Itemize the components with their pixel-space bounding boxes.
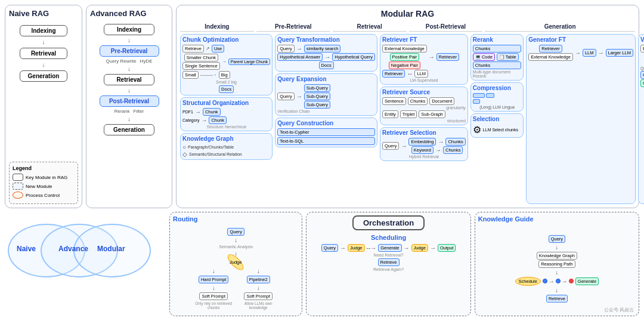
selection: Selection ⚙ LLM Select chunks [470, 113, 524, 138]
routing-semantic: Semantic Analysis [219, 245, 253, 249]
naive-rag-panel: Naive RAG Indexing ↓ Retrieval ↓ Generat… [5, 5, 82, 208]
comp-title: Compression [473, 85, 521, 91]
legend-process-control: Process Control [13, 192, 75, 199]
chunk-optimization: Chunk Optimization Retrieve ↗ Use [180, 34, 273, 95]
advanced-rag-title: Advanced RAG [90, 9, 147, 18]
co-smaller-chunk: Smaller Chunk [184, 54, 218, 61]
kg-reasoning-path: Reasoning Path [538, 260, 575, 268]
routing-title: Routing [173, 215, 299, 223]
rs-title: Retriever Source [382, 89, 466, 95]
adv-indexing: Indexing [104, 24, 154, 35]
text-to-cypher: Text-to-Cypher [277, 128, 375, 136]
routing-soft-label: Allow LLMs own knowledge [239, 301, 278, 310]
knowledge-graph: Knowledge Graph ○Paragraph/Chunks/Table … [180, 133, 273, 160]
adv-retrieval: Retrieval [104, 74, 154, 85]
co-use: Use [212, 45, 224, 53]
col-indexing: Indexing [180, 23, 254, 32]
orch-judge1: Judge [348, 244, 364, 252]
qe-title: Query Expansion [277, 76, 375, 82]
post-retrieval-column: Rerank Chunks 💻 Code📋 Table Chunks Multi… [470, 34, 524, 204]
legend-key-label: Key Module in RAG [26, 175, 67, 180]
kg-guide-title: Knowledge Guide [478, 215, 636, 223]
co-single-sentence: Single Sentence [182, 62, 220, 70]
adv-post-retrieval: Post-Retrieval [100, 95, 159, 107]
venn-area: Naive Advance Modular [5, 212, 166, 316]
orch-generate: Generate [378, 244, 401, 252]
adv-generation: Generation [104, 124, 154, 135]
qt-title: Query Transformation [277, 36, 375, 43]
routing-judge-text: Judge [230, 260, 242, 265]
retriever-source: Retriever Source Sentence Chunks Documen… [380, 87, 468, 125]
orch-judge2: Judge [411, 244, 428, 252]
legend-process-label: Process Control [26, 193, 60, 198]
co-label: Small 2 big [182, 80, 270, 84]
modular-rag-title: Modular RAG [180, 9, 635, 18]
legend-new-module: New Module [13, 183, 75, 190]
col-pre-retrieval: Pre-Retrieval [256, 23, 330, 32]
routing-pipeline2: Pipeline2 [247, 276, 270, 283]
orch-output: Output [438, 244, 456, 252]
kg-node3 [569, 279, 574, 283]
kg-knowledge-graph: Knowledge Graph [537, 252, 577, 260]
co-parent-large: Parent Large Chunk [228, 58, 271, 65]
naive-generation: Generation [20, 70, 67, 82]
routing-query: Query [227, 228, 244, 236]
generator-ft: Generator FT Retriever External Knowledg… [526, 34, 636, 204]
orchestration-panel: Orchestration Scheduling Query → Judge -… [306, 212, 470, 316]
indexing-column: Chunk Optimization Retrieve ↗ Use [180, 34, 273, 204]
orch-retrieval-again: Retrieval Again? [373, 267, 404, 271]
query-transformation: Query Transformation Query → similarity … [275, 34, 377, 72]
legend-new-icon [13, 183, 23, 190]
routing-pipeline1: Hard Prompt [199, 276, 229, 283]
orchestration-title: Orchestration [352, 215, 425, 230]
rsel-title: Retriever Selection [382, 129, 466, 136]
routing-hard-prompt: Soft Prompt [199, 292, 228, 300]
arrow1: ↓ [42, 39, 45, 45]
naive-retrieval: Retrieval [20, 48, 67, 59]
gft-title: Generator FT [528, 36, 633, 43]
scheduling-title: Scheduling [371, 234, 406, 241]
legend-new-label: New Module [26, 184, 52, 189]
kg-title: Knowledge Graph [182, 135, 270, 142]
watermark: 公众号·风叔云 [604, 307, 634, 313]
legend-key-icon [13, 174, 23, 181]
venn-naive-label: Naive [17, 245, 36, 253]
adv-pre-labels: Query Rewrite HyDE [106, 58, 152, 64]
openai-icon: ⚙ [473, 124, 481, 135]
ver-title: Verification [640, 36, 644, 43]
orch-need-retrieval: Need Retrieval? [373, 253, 403, 257]
routing-hard-label: Only rely on retrieved chunks [194, 301, 233, 310]
query-construction: Query Construction Text-to-Cypher Text-t… [275, 118, 377, 147]
co-retrieve: Retrieve [182, 45, 204, 53]
kg-node1 [543, 279, 547, 283]
pre-retrieval-column: Query Transformation Query → similarity … [275, 34, 377, 204]
modular-rag-panel: Modular RAG Indexing Pre-Retrieval Retri… [176, 5, 639, 208]
rerank-title: Rerank [473, 36, 521, 43]
orch-query: Query [321, 244, 338, 252]
col-generation: Generation [485, 23, 635, 32]
rft-title: Retriever FT [382, 36, 466, 43]
legend-process-icon [13, 192, 23, 199]
struct-label: Structure hierarchical [182, 125, 270, 129]
col-retrieval: Retrieval [333, 23, 407, 32]
sel-label: LLM Select chunks [483, 128, 518, 132]
arrow2: ↓ [42, 61, 45, 68]
generation-column: Generator FT Retriever External Knowledg… [526, 34, 635, 204]
retrieval-column: Retriever FT External Knowledge Positive… [380, 34, 468, 204]
naive-indexing: Indexing [20, 25, 67, 36]
compression: Compression (Long) LLM Lingua [470, 82, 524, 112]
legend-key-module: Key Module in RAG [13, 174, 75, 181]
chunk-opt-title: Chunk Optimization [182, 36, 270, 43]
sel-title: Selection [473, 116, 521, 122]
co-docs: Docs [219, 85, 234, 93]
retriever-selection: Retriever Selection Query → Embedding→Ch… [380, 127, 468, 161]
qc-title: Query Construction [277, 120, 375, 126]
venn-modular-label: Modular [97, 245, 125, 253]
text-to-sql: Text-to-SQL [277, 137, 375, 145]
advanced-rag-panel: Advanced RAG Indexing ↓ Pre-Retrieval Qu… [86, 5, 172, 208]
co-big: Big [219, 71, 230, 79]
adv-pre-retrieval: Pre-Retrieval [100, 45, 159, 57]
routing-soft-prompt: Soft Prompt [244, 292, 273, 300]
orch-retrieve: Retrieve [378, 258, 400, 266]
struct-org-title: Structural Organization [182, 100, 270, 106]
